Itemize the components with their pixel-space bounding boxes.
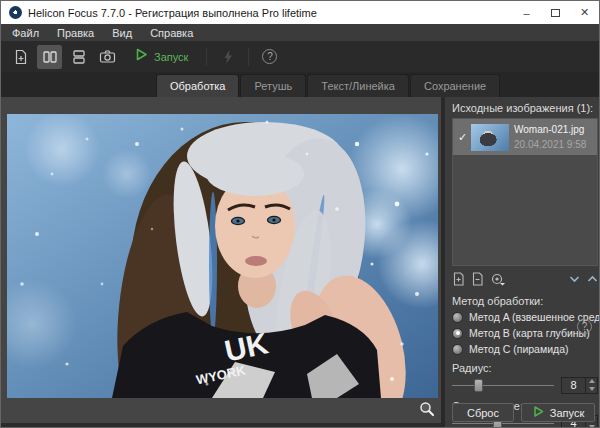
radius-spinbox: 8 — [561, 377, 598, 394]
move-up-icon[interactable] — [587, 275, 598, 283]
menu-help[interactable]: Справка — [141, 26, 202, 40]
play-icon — [532, 405, 545, 420]
split-horizontal-button[interactable] — [66, 45, 91, 69]
method-a-option[interactable]: Метод A (взвешенное среднее) — [452, 311, 598, 323]
radius-decrement-icon[interactable] — [586, 385, 597, 393]
file-name: Woman-021.jpg — [514, 124, 586, 135]
file-meta: Woman-021.jpg 20.04.2021 9:58 — [514, 124, 586, 150]
reset-button[interactable]: Сброс — [452, 403, 514, 422]
radius-value[interactable]: 8 — [562, 378, 586, 393]
tab-retouch[interactable]: Ретушь — [240, 74, 306, 97]
add-file-icon — [13, 49, 29, 65]
file-thumbnail — [471, 124, 509, 151]
move-down-icon[interactable] — [569, 275, 580, 283]
radius-slider[interactable] — [452, 378, 554, 393]
radio-icon[interactable] — [452, 344, 463, 355]
add-images-button[interactable] — [8, 45, 33, 69]
menu-file[interactable]: Файл — [3, 26, 48, 40]
method-title: Метод обработки: — [452, 295, 598, 307]
menu-view[interactable]: Вид — [103, 26, 141, 40]
play-icon — [134, 47, 149, 66]
close-icon[interactable]: ✕ — [570, 1, 599, 24]
photo-preview[interactable]: UK WYORK — [7, 114, 438, 398]
method-help-icon[interactable]: ? — [577, 319, 592, 334]
menu-edit[interactable]: Правка — [48, 26, 103, 40]
file-date: 20.04.2021 9:58 — [514, 139, 586, 150]
radius-slider-row: 8 — [452, 377, 598, 393]
radius-label: Радиус: — [452, 362, 598, 374]
radio-icon-checked[interactable] — [452, 328, 463, 339]
help-button[interactable]: ? — [257, 45, 282, 69]
split-horizontal-icon — [71, 49, 87, 65]
source-images-title: Исходные изображения (1): — [452, 102, 598, 114]
method-b-option[interactable]: Метод B (карта глубины) — [452, 327, 598, 339]
minimize-icon[interactable]: – — [512, 1, 541, 24]
remove-file-button[interactable] — [471, 272, 484, 286]
lightning-icon — [221, 49, 235, 65]
maximize-icon[interactable] — [541, 1, 570, 24]
window-title: Helicon Focus 7.7.0 - Регистрация выполн… — [28, 7, 512, 19]
right-panel: Исходные изображения (1): ✓ Woman-021.jp… — [441, 97, 600, 428]
tab-save[interactable]: Сохранение — [410, 74, 500, 97]
quick-render-button[interactable] — [215, 45, 240, 69]
image-viewer: UK WYORK — [1, 97, 441, 423]
checkmark-icon[interactable]: ✓ — [456, 131, 469, 144]
toolbar: Запуск ? — [1, 41, 599, 72]
tab-processing[interactable]: Обработка — [156, 74, 239, 97]
app-window: Helicon Focus 7.7.0 - Регистрация выполн… — [0, 0, 600, 428]
file-list-toolbar — [452, 272, 598, 286]
action-buttons: Сброс Запуск — [452, 403, 595, 422]
toolbar-separator — [248, 48, 249, 66]
camera-icon — [99, 49, 116, 65]
smoothing-decrement-icon[interactable] — [586, 423, 597, 428]
radio-icon[interactable] — [452, 312, 463, 323]
file-list-item[interactable]: ✓ Woman-021.jpg 20.04.2021 9:58 — [453, 119, 597, 155]
toolbar-separator — [206, 48, 207, 66]
run-button[interactable]: Запуск — [521, 403, 595, 422]
tab-text-ruler[interactable]: Текст/Линейка — [307, 74, 409, 97]
app-logo-icon — [9, 6, 22, 19]
image-options-button[interactable] — [490, 272, 506, 286]
run-button-toolbar[interactable]: Запуск — [134, 47, 188, 66]
title-bar: Helicon Focus 7.7.0 - Регистрация выполн… — [1, 1, 599, 24]
help-icon: ? — [262, 49, 277, 64]
split-vertical-button[interactable] — [37, 45, 62, 69]
radius-increment-icon[interactable] — [586, 378, 597, 386]
zoom-magnifier-icon[interactable] — [419, 401, 435, 417]
source-file-list: ✓ Woman-021.jpg 20.04.2021 9:58 — [452, 118, 598, 266]
add-file-button[interactable] — [452, 272, 465, 286]
run-button-label: Запуск — [550, 407, 584, 419]
run-label: Запуск — [154, 51, 188, 63]
window-controls: – ✕ — [512, 1, 599, 24]
camera-button[interactable] — [95, 45, 120, 69]
menu-bar: Файл Правка Вид Справка — [1, 24, 599, 41]
split-vertical-icon — [42, 49, 58, 65]
method-c-option[interactable]: Метод C (пирамида) — [452, 343, 598, 355]
radius-slider-handle[interactable] — [474, 379, 483, 392]
tab-bar: Обработка Ретушь Текст/Линейка Сохранени… — [1, 72, 599, 97]
